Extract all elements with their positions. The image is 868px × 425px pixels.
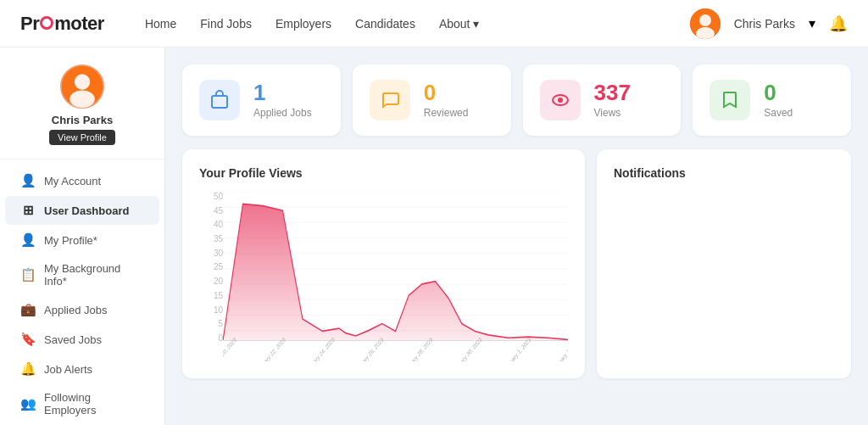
logo-text-after: moter <box>54 13 104 35</box>
chart-container: 50 45 40 35 30 25 20 15 10 5 0 <box>199 192 568 361</box>
chart-card: Your Profile Views 50 45 40 35 30 25 20 … <box>182 149 585 378</box>
bell-icon[interactable]: 🔔 <box>829 14 848 33</box>
sidebar-label-job-alerts: Job Alerts <box>44 363 92 376</box>
layout: Chris Parks View Profile 👤 My Account ⊞ … <box>0 48 868 425</box>
logo-o-icon <box>40 16 53 30</box>
bottom-row: Your Profile Views 50 45 40 35 30 25 20 … <box>182 149 851 378</box>
sidebar-item-my-profile[interactable]: 👤 My Profile* <box>5 226 159 254</box>
sidebar-username: Chris Parks <box>52 114 113 126</box>
job-alerts-icon: 🔔 <box>20 361 36 377</box>
saved-label: Saved <box>764 107 793 119</box>
chart-svg: January 20, 2023 January 22, 2023 Januar… <box>223 192 568 361</box>
notifications-card: Notifications <box>597 149 851 378</box>
views-number: 337 <box>594 81 631 103</box>
sidebar-item-saved-jobs[interactable]: 🔖 Saved Jobs <box>5 325 159 354</box>
main-nav: Home Find Jobs Employers Candidates Abou… <box>145 17 690 31</box>
y-axis: 50 45 40 35 30 25 20 15 10 5 0 <box>199 192 223 361</box>
sidebar-item-following-employers[interactable]: 👥 Following Employers <box>5 384 159 423</box>
header-right: Chris Parks ▾ 🔔 <box>690 8 848 39</box>
my-profile-icon: 👤 <box>20 232 36 248</box>
svg-point-8 <box>558 98 563 103</box>
stat-card-saved: 0 Saved <box>693 64 851 136</box>
saved-stat-info: 0 Saved <box>764 81 793 119</box>
svg-point-1 <box>699 14 711 26</box>
sidebar-label-applied-jobs: Applied Jobs <box>44 304 107 316</box>
notifications-title: Notifications <box>614 166 834 180</box>
reviewed-number: 0 <box>424 81 469 103</box>
svg-point-4 <box>75 74 90 89</box>
sidebar-item-job-alerts[interactable]: 🔔 Job Alerts <box>5 355 159 383</box>
reviewed-stat-info: 0 Reviewed <box>424 81 469 119</box>
reviewed-stat-icon <box>370 80 410 120</box>
sidebar-label-background-info: My Background Info* <box>44 262 144 288</box>
nav-employers[interactable]: Employers <box>275 17 331 31</box>
sidebar: Chris Parks View Profile 👤 My Account ⊞ … <box>0 48 165 425</box>
saved-stat-icon <box>709 80 750 120</box>
header-user-name[interactable]: Chris Parks <box>734 17 795 31</box>
nav-about[interactable]: About ▾ <box>439 17 479 31</box>
following-employers-icon: 👥 <box>20 396 36 411</box>
main-content: 1 Applied Jobs 0 Reviewed <box>165 48 868 425</box>
user-dashboard-icon: ⊞ <box>20 203 36 218</box>
applied-jobs-label: Applied Jobs <box>253 107 312 119</box>
sidebar-label-saved-jobs: Saved Jobs <box>44 333 102 346</box>
chart-title: Your Profile Views <box>199 166 568 180</box>
views-stat-icon <box>540 80 581 120</box>
applied-jobs-icon: 💼 <box>20 302 36 317</box>
applied-jobs-stat-icon <box>199 80 240 120</box>
sidebar-profile: Chris Parks View Profile <box>0 64 164 159</box>
saved-jobs-icon: 🔖 <box>20 332 36 347</box>
background-info-icon: 📋 <box>20 267 36 282</box>
views-stat-info: 337 Views <box>594 81 631 119</box>
sidebar-label-my-account: My Account <box>44 175 101 187</box>
sidebar-item-applied-jobs[interactable]: 💼 Applied Jobs <box>5 295 159 324</box>
header: Pr moter Home Find Jobs Employers Candid… <box>0 0 868 48</box>
sidebar-avatar <box>60 64 104 109</box>
reviewed-label: Reviewed <box>424 107 469 119</box>
sidebar-item-my-account[interactable]: 👤 My Account <box>5 166 159 195</box>
sidebar-label-my-profile: My Profile* <box>44 234 97 247</box>
stat-card-reviewed: 0 Reviewed <box>353 64 511 136</box>
view-profile-button[interactable]: View Profile <box>49 130 115 145</box>
sidebar-label-user-dashboard: User Dashboard <box>44 204 129 217</box>
sidebar-label-following-employers: Following Employers <box>44 391 144 417</box>
nav-home[interactable]: Home <box>145 17 176 31</box>
applied-jobs-stat-info: 1 Applied Jobs <box>253 81 312 119</box>
svg-rect-6 <box>212 96 227 108</box>
stat-card-views: 337 Views <box>523 64 682 136</box>
logo-text-before: Pr <box>20 13 39 35</box>
applied-jobs-number: 1 <box>253 81 312 103</box>
stat-card-applied-jobs: 1 Applied Jobs <box>182 64 341 136</box>
header-chevron-icon: ▾ <box>809 15 815 31</box>
sidebar-item-user-dashboard[interactable]: ⊞ User Dashboard <box>5 196 159 225</box>
header-avatar[interactable] <box>690 8 721 39</box>
svg-point-5 <box>70 91 95 108</box>
sidebar-item-background-info[interactable]: 📋 My Background Info* <box>5 255 159 294</box>
logo[interactable]: Pr moter <box>20 13 104 35</box>
nav-candidates[interactable]: Candidates <box>355 17 415 31</box>
my-account-icon: 👤 <box>20 173 36 188</box>
stats-row: 1 Applied Jobs 0 Reviewed <box>182 64 851 136</box>
nav-find-jobs[interactable]: Find Jobs <box>200 17 252 31</box>
views-label: Views <box>594 107 631 119</box>
chart-inner: January 20, 2023 January 22, 2023 Januar… <box>223 192 568 361</box>
sidebar-nav: 👤 My Account ⊞ User Dashboard 👤 My Profi… <box>0 166 164 425</box>
saved-number: 0 <box>764 81 793 103</box>
